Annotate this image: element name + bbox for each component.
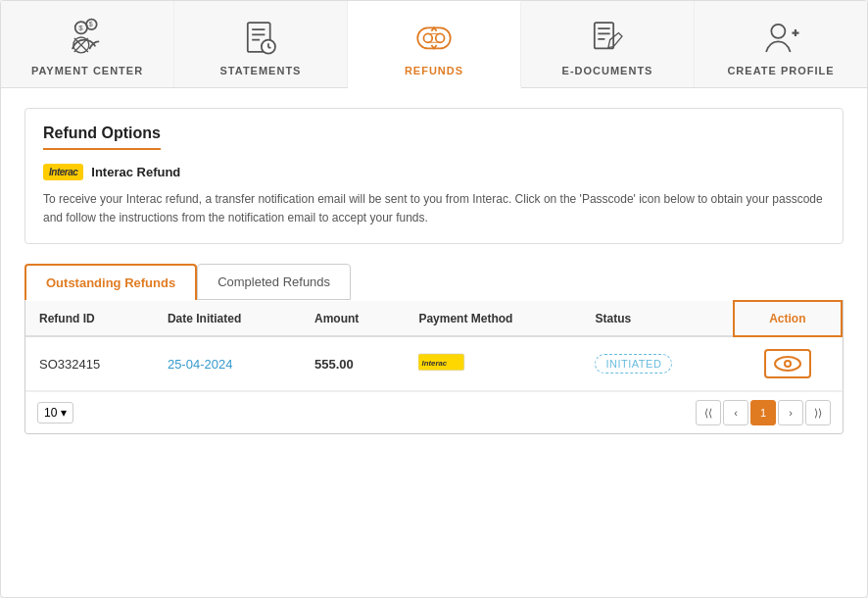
interac-heading: Interac Refund xyxy=(91,165,180,179)
svg-point-16 xyxy=(436,33,445,42)
current-page-btn[interactable]: 1 xyxy=(750,400,776,425)
payment-center-label: PAYMENT CENTER xyxy=(31,65,143,76)
per-page-chevron: ▾ xyxy=(61,406,67,420)
statements-icon xyxy=(239,16,282,59)
svg-text:$: $ xyxy=(89,21,93,27)
refunds-label: REFUNDS xyxy=(405,65,463,76)
action-cell xyxy=(734,336,842,391)
section-title: Refund Options xyxy=(43,125,161,150)
nav-refunds[interactable]: REFUNDS xyxy=(348,2,521,88)
status-cell: INITIATED xyxy=(581,336,733,391)
refund-options-box: Refund Options Interac Interac Refund To… xyxy=(24,108,844,244)
tab-outstanding-refunds[interactable]: Outstanding Refunds xyxy=(24,264,197,300)
col-date-initiated: Date Initiated xyxy=(154,301,301,336)
first-page-btn[interactable]: ⟨⟨ xyxy=(696,400,721,425)
col-payment-method: Payment Method xyxy=(405,301,581,336)
svg-rect-17 xyxy=(595,23,613,48)
eye-icon xyxy=(774,355,801,373)
refunds-icon xyxy=(412,16,456,59)
edocuments-icon xyxy=(586,16,629,59)
create-profile-label: CREATE PROFILE xyxy=(727,65,834,76)
nav-create-profile[interactable]: CREATE PROFILE xyxy=(695,1,867,87)
nav-statements[interactable]: STATEMENTS xyxy=(174,1,348,87)
status-badge: INITIATED xyxy=(595,354,672,374)
date-initiated-cell: 25-04-2024 xyxy=(154,336,301,391)
interac-header: Interac Interac Refund xyxy=(43,164,825,180)
next-page-btn[interactable]: › xyxy=(778,400,803,425)
pagination-controls: ⟨⟨ ‹ 1 › ⟩⟩ xyxy=(696,400,831,425)
nav-edocuments[interactable]: E-DOCUMENTS xyxy=(521,1,695,87)
col-status: Status xyxy=(581,301,733,336)
col-refund-id: Refund ID xyxy=(25,301,154,336)
payment-method-cell: Interac xyxy=(405,336,581,391)
per-page-value: 10 xyxy=(44,406,57,420)
svg-text:Interac: Interac xyxy=(422,359,448,368)
svg-text:$: $ xyxy=(78,24,83,32)
interac-payment-icon: Interac xyxy=(418,352,465,374)
top-navigation: $ $ PAYMENT CENTER xyxy=(1,1,867,88)
payment-center-icon: $ $ xyxy=(66,16,109,59)
svg-point-15 xyxy=(423,33,432,42)
svg-rect-14 xyxy=(417,27,450,48)
nav-payment-center[interactable]: $ $ PAYMENT CENTER xyxy=(1,1,174,87)
refunds-table: Refund ID Date Initiated Amount Payment … xyxy=(25,300,843,391)
per-page-select[interactable]: 10 ▾ xyxy=(37,402,73,424)
tab-completed-refunds[interactable]: Completed Refunds xyxy=(197,264,351,300)
col-amount: Amount xyxy=(301,301,405,336)
prev-page-btn[interactable]: ‹ xyxy=(723,400,748,425)
amount-cell: 555.00 xyxy=(301,336,405,391)
main-content: Refund Options Interac Interac Refund To… xyxy=(1,88,867,454)
svg-point-21 xyxy=(771,25,785,38)
last-page-btn[interactable]: ⟩⟩ xyxy=(805,400,831,425)
table-row: SO332415 25-04-2024 555.00 Interac INITI… xyxy=(25,336,842,391)
refunds-table-wrapper: Refund ID Date Initiated Amount Payment … xyxy=(24,300,844,434)
edocuments-label: E-DOCUMENTS xyxy=(562,65,653,76)
pagination-row: 10 ▾ ⟨⟨ ‹ 1 › ⟩⟩ xyxy=(25,391,843,433)
create-profile-icon xyxy=(759,16,802,59)
statements-label: STATEMENTS xyxy=(220,65,302,76)
interac-logo: Interac xyxy=(43,164,83,180)
svg-point-28 xyxy=(786,362,790,366)
interac-description: To receive your Interac refund, a transf… xyxy=(43,190,825,227)
view-action-button[interactable] xyxy=(764,349,811,378)
refund-id-cell: SO332415 xyxy=(25,336,154,391)
refund-tabs: Outstanding Refunds Completed Refunds xyxy=(24,264,844,300)
col-action: Action xyxy=(734,301,842,336)
